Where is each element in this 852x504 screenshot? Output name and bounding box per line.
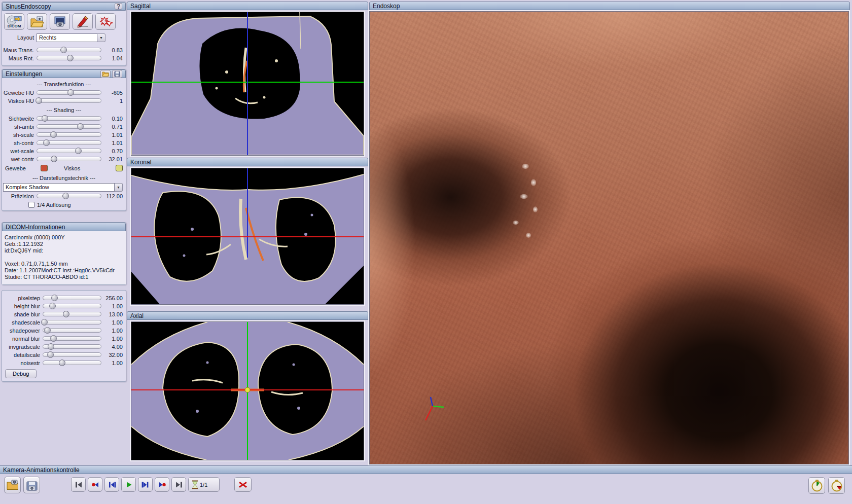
load-dicom-button[interactable]: DICOM bbox=[4, 13, 24, 30]
settings-save-button[interactable] bbox=[112, 70, 122, 78]
gewebe-color-swatch[interactable] bbox=[41, 165, 48, 171]
technique-dropdown[interactable]: Komplex Shadow ▼ bbox=[3, 183, 123, 192]
help-icon: ? bbox=[117, 3, 120, 10]
slider-thumb[interactable] bbox=[50, 131, 57, 138]
mucus-speck bbox=[513, 221, 519, 225]
slider-thumb[interactable] bbox=[77, 123, 84, 130]
slider-value: 0.83 bbox=[101, 47, 123, 53]
slider-thumb[interactable] bbox=[67, 55, 74, 61]
koronal-view[interactable] bbox=[131, 168, 364, 305]
slider-track[interactable] bbox=[43, 361, 101, 365]
endoskop-titlebar: Endoskop bbox=[369, 2, 850, 10]
transfer-heading: --- Transferfunktion --- bbox=[2, 79, 126, 88]
step-forward-button[interactable] bbox=[138, 477, 153, 492]
slider-thumb[interactable] bbox=[50, 335, 57, 342]
slider-label: Viskos HU bbox=[3, 98, 37, 104]
axial-section: Axial bbox=[127, 311, 368, 460]
chevron-down-icon[interactable]: ▼ bbox=[97, 33, 105, 42]
slider-track[interactable] bbox=[43, 336, 101, 341]
layout-dropdown[interactable]: Rechts ▼ bbox=[37, 33, 105, 42]
open-folder-icon bbox=[30, 16, 44, 28]
play-button[interactable] bbox=[121, 477, 136, 492]
slider-thumb[interactable] bbox=[48, 343, 54, 350]
axial-view[interactable] bbox=[131, 321, 364, 460]
slider-track[interactable] bbox=[43, 352, 101, 357]
slider-thumb[interactable] bbox=[67, 89, 74, 96]
viskos-color-swatch[interactable] bbox=[116, 165, 123, 171]
frame-counter-button[interactable]: 1/1 bbox=[188, 477, 220, 492]
camera-animation-bar: Kamera-Animationskontrolle bbox=[0, 465, 852, 504]
camera-path-open-button[interactable] bbox=[4, 477, 21, 493]
slider-thumb[interactable] bbox=[47, 351, 54, 358]
slider-track[interactable] bbox=[43, 328, 101, 333]
slider-track[interactable] bbox=[43, 296, 101, 300]
slider-thumb[interactable] bbox=[41, 319, 48, 326]
slider-thumb[interactable] bbox=[49, 303, 56, 309]
open-file-button[interactable] bbox=[27, 13, 47, 30]
annotate-button[interactable] bbox=[73, 13, 93, 30]
slider-track[interactable] bbox=[43, 304, 101, 308]
delete-animation-button[interactable] bbox=[234, 477, 252, 492]
slider-track[interactable] bbox=[37, 157, 101, 161]
slider-thumb[interactable] bbox=[75, 148, 82, 154]
camera-path-save-button[interactable] bbox=[23, 477, 40, 493]
slider-track[interactable] bbox=[37, 194, 101, 198]
slider-thumb[interactable] bbox=[44, 327, 51, 334]
slider-value: 0.70 bbox=[101, 148, 123, 154]
slider-track[interactable] bbox=[37, 98, 101, 103]
speed-down-button[interactable] bbox=[828, 477, 845, 494]
skip-end-button[interactable] bbox=[171, 477, 186, 492]
slider-track[interactable] bbox=[43, 320, 101, 325]
step-back-button[interactable] bbox=[104, 477, 119, 492]
slider-track[interactable] bbox=[37, 116, 101, 121]
slider-thumb[interactable] bbox=[36, 97, 42, 104]
slider-row: sh-contr1.01 bbox=[2, 139, 126, 147]
slider-value: 1 bbox=[101, 98, 123, 104]
endoskop-3d-view[interactable] bbox=[369, 11, 849, 464]
save-floppy-icon bbox=[114, 71, 120, 77]
slider-track[interactable] bbox=[43, 344, 101, 349]
orientation-axes-icon bbox=[418, 393, 449, 423]
slider-thumb[interactable] bbox=[59, 359, 65, 366]
speed-up-button[interactable] bbox=[808, 477, 825, 494]
slider-thumb[interactable] bbox=[62, 193, 69, 199]
sagittal-view[interactable] bbox=[131, 12, 364, 156]
slider-value: 32.01 bbox=[101, 156, 123, 162]
slider-thumb[interactable] bbox=[42, 115, 48, 122]
record-forward-button[interactable] bbox=[155, 477, 169, 492]
dicom-info-line: Carcinomix (0000) 000Y bbox=[5, 234, 124, 241]
slider-track[interactable] bbox=[37, 48, 101, 52]
slider-thumb[interactable] bbox=[43, 139, 50, 146]
chevron-down-icon[interactable]: ▼ bbox=[115, 183, 123, 192]
slider-thumb[interactable] bbox=[60, 47, 67, 53]
main-toolbar: DICOM bbox=[2, 11, 126, 32]
help-button[interactable]: ? bbox=[115, 3, 122, 10]
slider-track[interactable] bbox=[37, 140, 101, 145]
slider-track[interactable] bbox=[37, 56, 101, 60]
slider-thumb[interactable] bbox=[51, 156, 57, 162]
record-forward-icon bbox=[158, 481, 166, 488]
screenshot-button[interactable] bbox=[50, 13, 70, 30]
quarter-resolution-label: 1/4 Auflösung bbox=[37, 202, 71, 208]
slider-row: Sichtweite0.10 bbox=[2, 115, 126, 122]
debug-button[interactable]: Debug bbox=[5, 369, 37, 378]
magic-pointer-button[interactable] bbox=[95, 13, 116, 30]
render-slider-group: pixelstep256.00height blur1.00shade blur… bbox=[2, 294, 126, 367]
slider-track[interactable] bbox=[37, 132, 101, 137]
skip-start-button[interactable] bbox=[71, 477, 86, 492]
slider-track[interactable] bbox=[37, 149, 101, 153]
settings-open-button[interactable] bbox=[100, 70, 111, 78]
slider-thumb[interactable] bbox=[63, 311, 69, 317]
slider-row: height blur1.00 bbox=[2, 302, 126, 310]
resolution-checkbox-row: 1/4 Auflösung bbox=[2, 200, 126, 208]
slider-thumb[interactable] bbox=[51, 295, 58, 301]
slider-track[interactable] bbox=[43, 312, 101, 316]
koronal-title: Koronal bbox=[130, 159, 151, 166]
screenshot-icon bbox=[53, 16, 67, 28]
slider-label: normal blur bbox=[3, 336, 43, 342]
slider-row: Präzision112.00 bbox=[2, 192, 126, 200]
quarter-resolution-checkbox[interactable] bbox=[28, 202, 34, 208]
slider-track[interactable] bbox=[37, 124, 101, 129]
record-back-button[interactable] bbox=[88, 477, 102, 492]
slider-track[interactable] bbox=[37, 90, 101, 95]
